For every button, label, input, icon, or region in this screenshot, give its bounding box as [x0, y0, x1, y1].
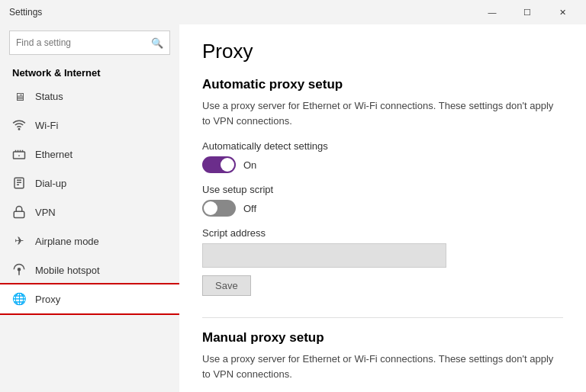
- app-title: Settings: [9, 7, 42, 18]
- svg-point-0: [18, 129, 20, 130]
- sidebar-item-vpn[interactable]: VPN: [0, 198, 179, 227]
- app-body: 🔍 Network & Internet 🖥 Status Wi-Fi: [0, 24, 586, 392]
- setup-script-label: Use setup script: [202, 184, 563, 195]
- sidebar-item-wifi[interactable]: Wi-Fi: [0, 111, 179, 140]
- sidebar-item-label: Status: [35, 91, 63, 102]
- sidebar-item-label: Proxy: [35, 294, 60, 305]
- svg-point-4: [18, 268, 21, 271]
- maximize-button[interactable]: ☐: [510, 0, 545, 24]
- toggle-knob: [204, 201, 217, 215]
- dialup-icon: [12, 176, 26, 190]
- sidebar-item-dialup[interactable]: Dial-up: [0, 169, 179, 198]
- ethernet-icon: [12, 147, 26, 161]
- auto-detect-toggle[interactable]: [202, 156, 236, 173]
- search-input[interactable]: [16, 37, 151, 48]
- sidebar-item-proxy[interactable]: 🌐 Proxy: [0, 284, 179, 313]
- sidebar-item-label: Airplane mode: [35, 236, 99, 247]
- status-icon: 🖥: [12, 89, 26, 103]
- title-bar: Settings — ☐ ✕: [0, 0, 586, 24]
- sidebar-item-ethernet[interactable]: Ethernet: [0, 140, 179, 169]
- sidebar-section-title: Network & Internet: [0, 61, 179, 82]
- sidebar-item-label: Dial-up: [35, 178, 66, 189]
- proxy-icon: 🌐: [12, 292, 26, 306]
- minimize-button[interactable]: —: [475, 0, 510, 24]
- wifi-icon: [12, 118, 26, 132]
- sidebar: 🔍 Network & Internet 🖥 Status Wi-Fi: [0, 24, 179, 392]
- save-button[interactable]: Save: [202, 275, 251, 296]
- page-title: Proxy: [202, 40, 563, 63]
- airplane-icon: ✈: [12, 234, 26, 248]
- sidebar-item-status[interactable]: 🖥 Status: [0, 82, 179, 111]
- search-box[interactable]: 🔍: [9, 31, 170, 55]
- toggle-knob: [221, 158, 234, 172]
- svg-rect-3: [14, 211, 24, 217]
- sidebar-item-label: Mobile hotspot: [35, 265, 100, 276]
- setup-script-toggle[interactable]: [202, 200, 236, 217]
- setup-script-toggle-row: Off: [202, 200, 563, 217]
- window-controls: — ☐ ✕: [475, 0, 580, 24]
- sidebar-item-label: VPN: [35, 207, 56, 218]
- script-address-label: Script address: [202, 227, 563, 239]
- manual-section-desc: Use a proxy server for Ethernet or Wi-Fi…: [202, 352, 563, 381]
- search-icon: 🔍: [151, 37, 163, 49]
- content-area: Proxy Automatic proxy setup Use a proxy …: [179, 24, 586, 392]
- hotspot-icon: [12, 263, 26, 277]
- automatic-section-desc: Use a proxy server for Ethernet or Wi-Fi…: [202, 98, 563, 128]
- automatic-section-title: Automatic proxy setup: [202, 77, 563, 92]
- auto-detect-state: On: [243, 159, 256, 171]
- close-button[interactable]: ✕: [545, 0, 580, 24]
- auto-detect-toggle-row: On: [202, 156, 563, 173]
- manual-section-title: Manual proxy setup: [202, 330, 563, 345]
- script-address-input[interactable]: [202, 243, 446, 268]
- sidebar-item-label: Ethernet: [35, 149, 72, 160]
- setup-script-state: Off: [243, 203, 256, 214]
- auto-detect-label: Automatically detect settings: [202, 140, 563, 152]
- vpn-icon: [12, 205, 26, 219]
- section-divider: [202, 317, 563, 318]
- sidebar-item-airplane[interactable]: ✈ Airplane mode: [0, 227, 179, 255]
- sidebar-item-hotspot[interactable]: Mobile hotspot: [0, 255, 179, 284]
- sidebar-item-label: Wi-Fi: [35, 120, 58, 131]
